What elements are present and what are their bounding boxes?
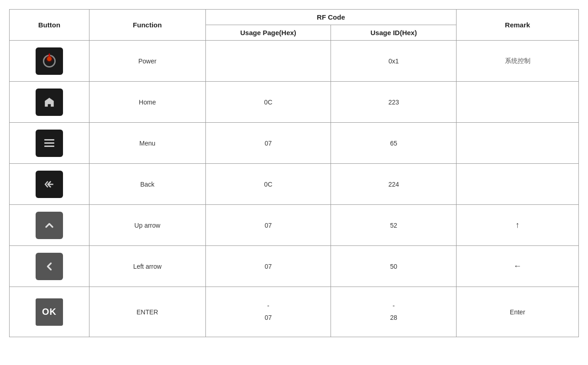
enter-button-icon: OK (36, 298, 63, 326)
usage-page-enter-line1: - (267, 302, 269, 309)
usage-id-cell-menu: 65 (331, 123, 457, 164)
remark-cell-enter: Enter (457, 287, 579, 337)
left-arrow-svg (43, 260, 56, 273)
home-icon (43, 96, 56, 109)
remark-cell-menu (457, 123, 579, 164)
home-svg (43, 96, 55, 108)
menu-icon (43, 137, 56, 150)
power-icon (43, 55, 56, 68)
menu-bar-3 (44, 146, 54, 147)
remark-cell-back (457, 164, 579, 205)
button-cell-back (10, 164, 89, 205)
menu-bar-2 (44, 142, 54, 144)
usage-page-enter-line2: 07 (265, 314, 272, 321)
function-cell-power: Power (89, 41, 205, 82)
menu-button-icon (36, 130, 63, 157)
usage-id-enter-line1: - (393, 302, 395, 309)
back-button-icon (36, 171, 63, 198)
usage-page-cell-home: 0C (205, 82, 331, 123)
function-cell-menu: Menu (89, 123, 205, 164)
usage-id-cell-power: 0x1 (331, 41, 457, 82)
usage-page-cell-left-arrow: 07 (205, 246, 331, 287)
table-row: Power 0x1 系统控制 (10, 41, 579, 82)
button-cell-menu (10, 123, 89, 164)
function-cell-back: Back (89, 164, 205, 205)
usage-id-cell-left-arrow: 50 (331, 246, 457, 287)
table-row: Home 0C 223 (10, 82, 579, 123)
table-row: Left arrow 07 50 ← (10, 246, 579, 287)
usage-page-cell-menu: 07 (205, 123, 331, 164)
remark-cell-up-arrow: ↑ (457, 205, 579, 246)
table-row: Menu 07 65 (10, 123, 579, 164)
table-row: Back 0C 224 (10, 164, 579, 205)
header-usage-id: Usage ID(Hex) (331, 25, 457, 41)
usage-page-cell-back: 0C (205, 164, 331, 205)
usage-id-enter-line2: 28 (390, 314, 398, 321)
usage-id-cell-back: 224 (331, 164, 457, 205)
header-function: Function (89, 10, 205, 41)
usage-page-cell-enter: - 07 (205, 287, 331, 337)
up-arrow-svg (43, 219, 56, 232)
menu-bar-1 (44, 139, 54, 141)
header-remark: Remark (457, 10, 579, 41)
usage-id-cell-home: 223 (331, 82, 457, 123)
left-arrow-button-icon (36, 253, 63, 280)
button-cell-power (10, 41, 89, 82)
function-cell-up-arrow: Up arrow (89, 205, 205, 246)
button-cell-home (10, 82, 89, 123)
header-usage-page: Usage Page(Hex) (205, 25, 331, 41)
button-cell-up-arrow (10, 205, 89, 246)
ok-text: OK (42, 307, 57, 317)
usage-page-cell-up-arrow: 07 (205, 205, 331, 246)
function-cell-left-arrow: Left arrow (89, 246, 205, 287)
left-arrow-icon (43, 260, 56, 273)
back-svg (43, 178, 55, 190)
back-icon (43, 178, 55, 190)
header-rf-code: RF Code (205, 10, 457, 25)
usage-id-cell-enter: - 28 (331, 287, 457, 337)
button-cell-left-arrow (10, 246, 89, 287)
power-button-icon (36, 47, 63, 75)
up-arrow-icon (43, 219, 56, 232)
remark-cell-power: 系统控制 (457, 41, 579, 82)
rf-code-table: Button Function RF Code Remark Usage Pag… (9, 9, 579, 337)
up-arrow-button-icon (36, 212, 63, 239)
function-cell-enter: ENTER (89, 287, 205, 337)
function-cell-home: Home (89, 82, 205, 123)
home-button-icon (36, 89, 63, 116)
remark-cell-home (457, 82, 579, 123)
header-button: Button (10, 10, 89, 41)
button-cell-enter: OK (10, 287, 89, 337)
usage-page-cell-power (205, 41, 331, 82)
table-row: OK ENTER - 07 - 28 Enter (10, 287, 579, 337)
table-row: Up arrow 07 52 ↑ (10, 205, 579, 246)
remark-cell-left-arrow: ← (457, 246, 579, 287)
usage-id-cell-up-arrow: 52 (331, 205, 457, 246)
